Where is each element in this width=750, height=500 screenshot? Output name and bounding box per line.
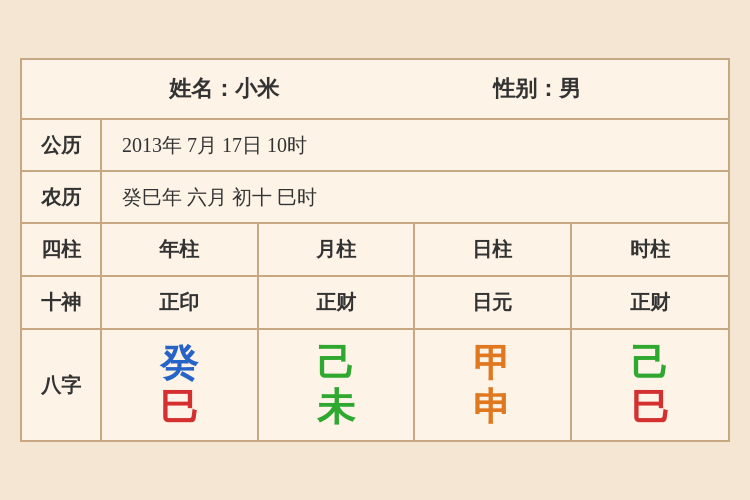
bazi-1-top: 己 <box>317 344 355 382</box>
bazi-2-bottom: 申 <box>473 388 511 426</box>
bazi-col-0: 癸 巳 <box>102 330 259 440</box>
shishen-yue: 正财 <box>259 277 416 328</box>
shishen-nian: 正印 <box>102 277 259 328</box>
sizhu-row: 四柱 年柱 月柱 日柱 时柱 <box>22 224 728 277</box>
bazi-0-bottom: 巳 <box>160 388 198 426</box>
shishen-row: 十神 正印 正财 日元 正财 <box>22 277 728 330</box>
bazi-col-2: 甲 申 <box>415 330 572 440</box>
sizhu-yue: 月柱 <box>259 224 416 275</box>
gregorian-value: 2013年 7月 17日 10时 <box>102 122 327 169</box>
gregorian-row: 公历 2013年 7月 17日 10时 <box>22 120 728 172</box>
sizhu-label: 四柱 <box>22 224 102 275</box>
bazi-3-bottom: 巳 <box>631 388 669 426</box>
lunar-value: 癸巳年 六月 初十 巳时 <box>102 174 337 221</box>
bazi-0-top: 癸 <box>160 344 198 382</box>
gender-label: 性别：男 <box>493 74 581 104</box>
sizhu-shi: 时柱 <box>572 224 729 275</box>
lunar-row: 农历 癸巳年 六月 初十 巳时 <box>22 172 728 224</box>
bazi-1-bottom: 未 <box>317 388 355 426</box>
bazi-row: 八字 癸 巳 己 未 甲 申 己 巳 <box>22 330 728 440</box>
shishen-shi: 正财 <box>572 277 729 328</box>
shishen-label: 十神 <box>22 277 102 328</box>
name-label: 姓名：小米 <box>169 74 279 104</box>
shishen-ri: 日元 <box>415 277 572 328</box>
sizhu-nian: 年柱 <box>102 224 259 275</box>
bazi-col-3: 己 巳 <box>572 330 729 440</box>
gregorian-label: 公历 <box>22 120 102 170</box>
sizhu-ri: 日柱 <box>415 224 572 275</box>
lunar-label: 农历 <box>22 172 102 222</box>
main-container: 姓名：小米 性别：男 公历 2013年 7月 17日 10时 农历 癸巳年 六月… <box>20 58 730 442</box>
header-row: 姓名：小米 性别：男 <box>22 60 728 120</box>
bazi-label: 八字 <box>22 330 102 440</box>
bazi-3-top: 己 <box>631 344 669 382</box>
bazi-col-1: 己 未 <box>259 330 416 440</box>
bazi-2-top: 甲 <box>473 344 511 382</box>
